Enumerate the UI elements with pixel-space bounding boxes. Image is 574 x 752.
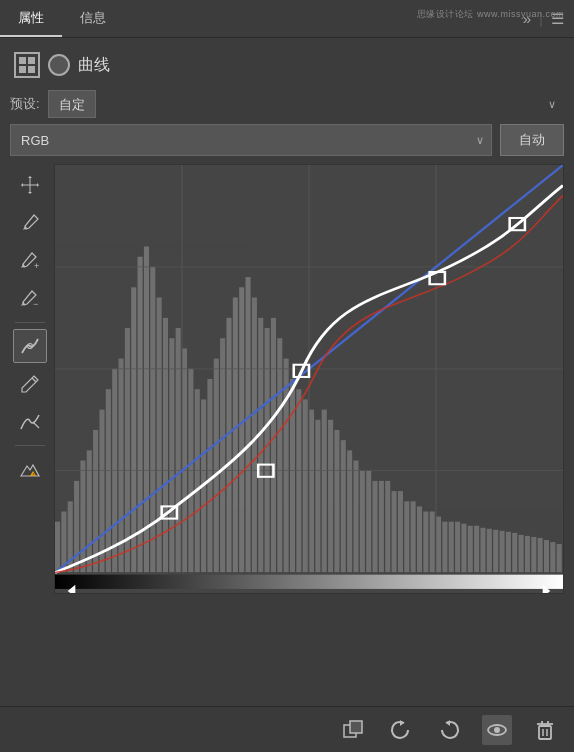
svg-rect-24: [169, 338, 174, 572]
svg-rect-56: [373, 481, 378, 573]
auto-adjust-button[interactable]: [13, 168, 47, 202]
svg-rect-32: [220, 338, 225, 572]
svg-rect-25: [176, 328, 181, 573]
reset-button[interactable]: [434, 715, 464, 745]
svg-rect-23: [163, 318, 168, 573]
svg-rect-6: [55, 522, 60, 573]
svg-rect-66: [436, 517, 441, 573]
svg-line-3: [33, 422, 39, 428]
svg-rect-43: [290, 379, 295, 573]
svg-rect-36: [246, 277, 251, 573]
svg-rect-45: [303, 399, 308, 572]
channel-select[interactable]: RGB: [10, 124, 492, 156]
svg-rect-75: [493, 530, 498, 573]
svg-rect-60: [398, 491, 403, 573]
svg-rect-62: [411, 501, 416, 572]
svg-rect-105: [539, 726, 551, 739]
curve-graph[interactable]: [54, 164, 564, 594]
preset-row: 预设: 自定 ∨: [10, 90, 564, 118]
svg-rect-69: [455, 522, 460, 573]
panel-title: 曲线: [78, 55, 110, 76]
svg-rect-31: [214, 359, 219, 573]
svg-rect-18: [131, 287, 136, 572]
preset-arrow-icon: ∨: [548, 98, 556, 111]
expand-icon[interactable]: »: [523, 10, 531, 27]
svg-rect-10: [80, 461, 85, 573]
svg-rect-26: [182, 348, 187, 572]
preset-select-wrapper: 自定 ∨: [48, 90, 564, 118]
tool-divider-2: [15, 445, 45, 446]
svg-rect-47: [315, 420, 320, 573]
svg-rect-54: [360, 471, 365, 573]
svg-rect-55: [366, 471, 371, 573]
svg-rect-13: [99, 410, 104, 573]
main-area: + −: [10, 164, 564, 594]
svg-rect-76: [500, 531, 505, 573]
adjustment-circle-icon[interactable]: [48, 54, 70, 76]
tool-sidebar: + −: [10, 164, 54, 594]
svg-text:−: −: [33, 299, 38, 309]
svg-rect-78: [512, 533, 517, 573]
svg-rect-79: [519, 535, 524, 573]
eyedropper-subtract-button[interactable]: −: [13, 282, 47, 316]
svg-rect-81: [531, 537, 536, 573]
previous-state-button[interactable]: [386, 715, 416, 745]
svg-rect-17: [125, 328, 130, 573]
svg-rect-21: [150, 267, 155, 573]
svg-rect-41: [277, 338, 282, 572]
visibility-button[interactable]: [482, 715, 512, 745]
svg-rect-61: [404, 501, 409, 572]
svg-rect-72: [474, 526, 479, 573]
svg-point-104: [494, 727, 500, 733]
panel-header: 曲线: [10, 46, 564, 82]
svg-rect-34: [233, 297, 238, 572]
svg-rect-20: [144, 247, 149, 573]
eyedropper-add-button[interactable]: +: [13, 244, 47, 278]
svg-rect-71: [468, 526, 473, 573]
svg-rect-51: [341, 440, 346, 572]
svg-rect-14: [106, 389, 111, 572]
svg-rect-59: [392, 491, 397, 573]
svg-rect-70: [461, 524, 466, 573]
svg-rect-22: [157, 297, 162, 572]
curve-adjust-button[interactable]: [13, 329, 47, 363]
tab-info[interactable]: 信息: [62, 0, 124, 37]
svg-rect-50: [334, 430, 339, 573]
svg-text:!: !: [33, 472, 34, 477]
svg-rect-52: [347, 450, 352, 572]
svg-rect-65: [430, 511, 435, 572]
eyedropper-button[interactable]: [13, 206, 47, 240]
tab-properties[interactable]: 属性: [0, 0, 62, 37]
adjustment-grid-icon[interactable]: [14, 52, 40, 78]
svg-rect-11: [87, 450, 92, 572]
svg-rect-38: [258, 318, 263, 573]
svg-rect-48: [322, 410, 327, 573]
svg-rect-46: [309, 410, 314, 573]
svg-rect-82: [538, 538, 543, 573]
svg-rect-28: [195, 389, 200, 572]
svg-rect-67: [442, 522, 447, 573]
svg-rect-33: [226, 318, 231, 573]
svg-rect-58: [385, 481, 390, 573]
svg-rect-83: [544, 540, 549, 573]
svg-rect-30: [207, 379, 212, 573]
svg-rect-77: [506, 532, 511, 573]
delete-button[interactable]: [530, 715, 560, 745]
channel-row: RGB ∨ 自动: [10, 124, 564, 156]
svg-rect-12: [93, 430, 98, 573]
pencil-button[interactable]: [13, 367, 47, 401]
warning-button[interactable]: !: [13, 452, 47, 486]
svg-rect-37: [252, 297, 257, 572]
smooth-button[interactable]: [13, 405, 47, 439]
svg-rect-84: [550, 542, 555, 573]
menu-icon[interactable]: ☰: [551, 10, 564, 28]
clip-to-layer-button[interactable]: [338, 715, 368, 745]
svg-rect-40: [271, 318, 276, 573]
tab-bar: 属性 信息 » | ☰: [0, 0, 574, 38]
curve-svg: [55, 165, 563, 593]
tool-divider-1: [15, 322, 45, 323]
svg-rect-44: [296, 389, 301, 572]
svg-rect-35: [239, 287, 244, 572]
auto-button[interactable]: 自动: [500, 124, 564, 156]
preset-select[interactable]: 自定: [48, 90, 96, 118]
